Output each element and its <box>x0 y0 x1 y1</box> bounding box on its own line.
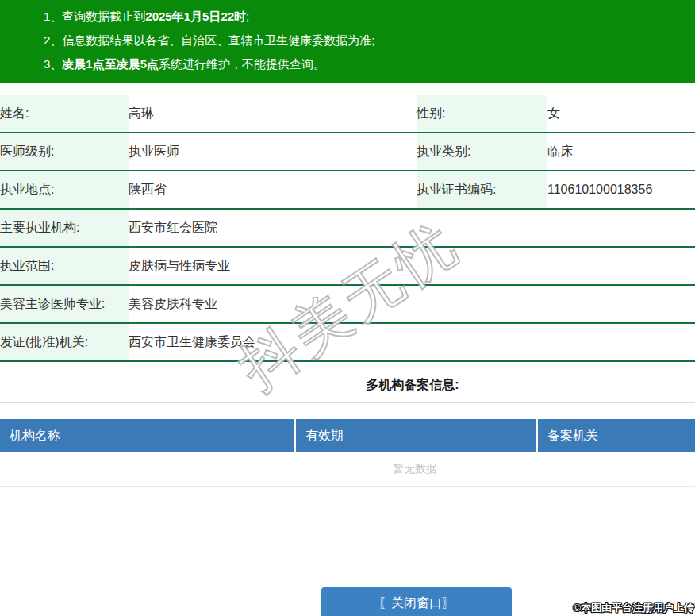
field-value-name: 高琳 <box>129 95 417 133</box>
records-empty-row: 暂无数据 <box>0 452 695 487</box>
field-label-practice-scope: 执业范围: <box>0 247 129 285</box>
field-value-issuing-authority: 西安市卫生健康委员会 <box>129 323 695 361</box>
records-header-row: 机构名称 有效期 备案机关 <box>0 419 695 452</box>
field-value-practice-scope: 皮肤病与性病专业 <box>129 247 695 285</box>
table-row: 美容主诊医师专业: 美容皮肤科专业 <box>0 285 695 323</box>
column-header-filing-authority: 备案机关 <box>537 419 695 452</box>
field-value-gender: 女 <box>547 95 695 133</box>
table-row: 执业范围: 皮肤病与性病专业 <box>0 247 695 285</box>
field-label-main-institution: 主要执业机构: <box>0 209 129 247</box>
field-value-doctor-level: 执业医师 <box>129 133 417 171</box>
field-label-practice-category: 执业类别: <box>417 133 547 171</box>
section-divider <box>0 402 695 403</box>
table-row: 姓名: 高琳 性别: 女 <box>0 95 695 133</box>
practitioner-info-table: 姓名: 高琳 性别: 女 医师级别: 执业医师 执业类别: 临床 执业地点: 陕… <box>0 95 695 362</box>
column-header-validity-period: 有效期 <box>295 419 537 452</box>
field-value-cosmetic-specialty: 美容皮肤科专业 <box>129 285 695 323</box>
field-value-practice-category: 临床 <box>547 133 695 171</box>
table-row: 主要执业机构: 西安市红会医院 <box>0 209 695 247</box>
empty-data-text: 暂无数据 <box>0 452 695 487</box>
field-label-issuing-authority: 发证(批准)机关: <box>0 323 129 361</box>
field-label-doctor-level: 医师级别: <box>0 133 129 171</box>
field-value-practice-location: 陕西省 <box>129 171 417 209</box>
field-label-cosmetic-specialty: 美容主诊医师专业: <box>0 285 129 323</box>
notice-line: 3、凌晨1点至凌晨5点系统进行维护，不能提供查询。 <box>44 52 687 76</box>
copyright-stamp: ©本图由平台注册用户上传 <box>573 601 694 615</box>
table-row: 发证(批准)机关: 西安市卫生健康委员会 <box>0 323 695 361</box>
multi-institution-section-title: 多机构备案信息: <box>0 376 695 394</box>
table-row: 执业地点: 陕西省 执业证书编码: 110610100018356 <box>0 171 695 209</box>
notice-banner: 1、查询数据截止到2025年1月5日22时; 2、信息数据结果以各省、自治区、直… <box>0 0 695 83</box>
table-row: 医师级别: 执业医师 执业类别: 临床 <box>0 133 695 171</box>
close-window-button[interactable]: 〖关闭窗口〗 <box>321 587 512 616</box>
notice-line: 1、查询数据截止到2025年1月5日22时; <box>44 5 687 29</box>
notice-line: 2、信息数据结果以各省、自治区、直辖市卫生健康委数据为准; <box>44 29 687 52</box>
field-label-practice-location: 执业地点: <box>0 171 129 209</box>
field-value-certificate-no: 110610100018356 <box>547 171 695 209</box>
records-table: 机构名称 有效期 备案机关 暂无数据 <box>0 419 695 487</box>
column-header-institution-name: 机构名称 <box>0 419 295 452</box>
field-value-main-institution: 西安市红会医院 <box>129 209 695 247</box>
field-label-gender: 性别: <box>417 95 547 133</box>
field-label-name: 姓名: <box>0 95 129 133</box>
field-label-certificate-no: 执业证书编码: <box>417 171 547 209</box>
